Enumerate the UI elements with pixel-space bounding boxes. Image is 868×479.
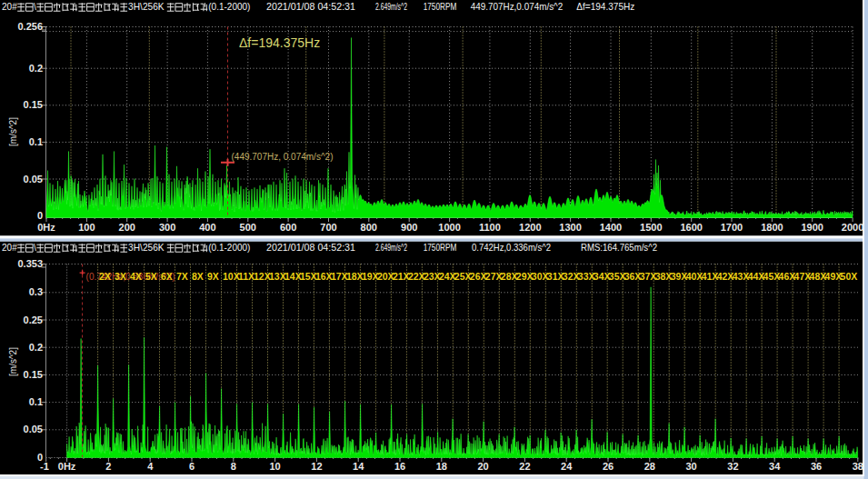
svg-text:39X: 39X (671, 271, 688, 282)
svg-text:1200: 1200 (519, 222, 541, 233)
svg-text:0.1: 0.1 (29, 396, 43, 407)
svg-text:1600: 1600 (680, 222, 702, 233)
svg-text:(0.1-2000): (0.1-2000) (208, 1, 250, 12)
svg-text:45X: 45X (763, 271, 781, 282)
svg-text:41X: 41X (702, 271, 719, 282)
svg-text:1100: 1100 (479, 222, 501, 233)
svg-text:9X: 9X (207, 271, 219, 282)
svg-text:49X: 49X (825, 271, 843, 282)
svg-text:12X: 12X (254, 271, 271, 282)
svg-text:14: 14 (353, 461, 364, 472)
svg-text:19X: 19X (362, 271, 379, 282)
svg-text:15X: 15X (300, 271, 317, 282)
svg-text:700: 700 (320, 222, 336, 233)
svg-text:13X: 13X (269, 271, 286, 282)
svg-text:RMS:164.765m/s^2: RMS:164.765m/s^2 (581, 242, 657, 253)
svg-text:31X: 31X (547, 271, 564, 282)
svg-text:900: 900 (401, 222, 417, 233)
svg-text:1000: 1000 (438, 222, 460, 233)
svg-text:18: 18 (436, 461, 447, 472)
svg-text:50X: 50X (841, 271, 858, 282)
svg-text:2.649m/s^2: 2.649m/s^2 (375, 242, 407, 253)
svg-text:1750RPM: 1750RPM (424, 242, 457, 253)
svg-text:21X: 21X (393, 271, 410, 282)
svg-text:26: 26 (603, 461, 614, 472)
svg-text:17X: 17X (331, 271, 348, 282)
svg-text:2X: 2X (99, 271, 111, 282)
svg-text:46X: 46X (779, 271, 796, 282)
svg-text:0Hz: 0Hz (58, 461, 76, 472)
svg-text:48X: 48X (810, 271, 827, 282)
svg-text:4X: 4X (130, 271, 142, 282)
svg-text:200: 200 (119, 222, 135, 233)
svg-text:0.256: 0.256 (17, 21, 43, 32)
svg-text:Δf=194.375Hz: Δf=194.375Hz (576, 1, 634, 12)
svg-text:(449.707Hz, 0.074m/s^2): (449.707Hz, 0.074m/s^2) (232, 152, 334, 162)
svg-text:1500: 1500 (640, 222, 662, 233)
svg-text:500: 500 (240, 222, 256, 233)
svg-text:449.707Hz,0.074m/s^2: 449.707Hz,0.074m/s^2 (471, 1, 564, 12)
svg-text:38: 38 (853, 461, 863, 472)
svg-text:0.353: 0.353 (17, 258, 43, 269)
svg-text:0.15: 0.15 (24, 369, 43, 380)
svg-text:29X: 29X (516, 271, 534, 282)
svg-text:5X: 5X (145, 271, 157, 282)
svg-text:-1: -1 (40, 461, 49, 472)
svg-text:2021/01/08 04:52:31: 2021/01/08 04:52:31 (266, 1, 355, 12)
svg-text:37X: 37X (640, 271, 657, 282)
svg-text:44X: 44X (748, 271, 765, 282)
svg-text:23X: 23X (424, 271, 441, 282)
svg-text:0Hz: 0Hz (37, 222, 55, 233)
svg-text:Δf=194.375Hz: Δf=194.375Hz (239, 35, 320, 50)
svg-text:6: 6 (189, 461, 195, 472)
svg-text:10X: 10X (223, 271, 240, 282)
svg-text:36X: 36X (624, 271, 642, 282)
svg-text:38X: 38X (655, 271, 673, 282)
svg-text:20: 20 (477, 461, 488, 472)
svg-text:28: 28 (644, 461, 655, 472)
svg-text:22: 22 (519, 461, 530, 472)
svg-text:1750RPM: 1750RPM (424, 1, 457, 12)
svg-text:0.15: 0.15 (24, 99, 43, 110)
svg-text:2000: 2000 (842, 222, 863, 233)
svg-text:3H\256K: 3H\256K (128, 1, 165, 12)
svg-text:0.2: 0.2 (29, 63, 43, 74)
svg-text:1400: 1400 (600, 222, 622, 233)
svg-text:22X: 22X (408, 271, 425, 282)
svg-text:36: 36 (811, 461, 822, 472)
svg-text:18X: 18X (346, 271, 364, 282)
svg-text:20#: 20# (2, 1, 17, 12)
svg-text:8: 8 (231, 461, 236, 472)
svg-text:6X: 6X (161, 271, 173, 282)
svg-text:[m/s^2]: [m/s^2] (8, 347, 18, 376)
svg-text:0.742Hz,0.336m/s^2: 0.742Hz,0.336m/s^2 (472, 242, 551, 253)
svg-text:600: 600 (280, 222, 296, 233)
svg-text:14X: 14X (284, 271, 302, 282)
svg-text:8X: 8X (192, 271, 204, 282)
svg-text:43X: 43X (733, 271, 750, 282)
svg-text:12: 12 (311, 461, 322, 472)
svg-text:2021/01/08 04:52:31: 2021/01/08 04:52:31 (266, 242, 355, 253)
svg-text:32: 32 (727, 461, 738, 472)
svg-text:24: 24 (561, 461, 573, 472)
svg-text:0: 0 (37, 452, 43, 463)
svg-text:47X: 47X (794, 271, 812, 282)
svg-text:30: 30 (685, 461, 696, 472)
svg-text:28X: 28X (501, 271, 518, 282)
svg-text:800: 800 (361, 222, 377, 233)
svg-text:40X: 40X (686, 271, 703, 282)
svg-text:3H\256K: 3H\256K (128, 242, 165, 253)
svg-text:26X: 26X (470, 271, 487, 282)
svg-text:20#: 20# (2, 242, 17, 253)
svg-text:0.1: 0.1 (29, 136, 43, 147)
svg-text:34: 34 (769, 461, 781, 472)
svg-text:\: \ (34, 1, 36, 12)
svg-text:25X: 25X (454, 271, 472, 282)
svg-text:1800: 1800 (761, 222, 783, 233)
svg-text:10: 10 (269, 461, 280, 472)
svg-text:20X: 20X (377, 271, 394, 282)
svg-text:0.2: 0.2 (29, 342, 43, 353)
svg-text:(0.1-2000): (0.1-2000) (208, 242, 250, 253)
svg-text:0.05: 0.05 (24, 174, 43, 185)
svg-text:1300: 1300 (559, 222, 581, 233)
